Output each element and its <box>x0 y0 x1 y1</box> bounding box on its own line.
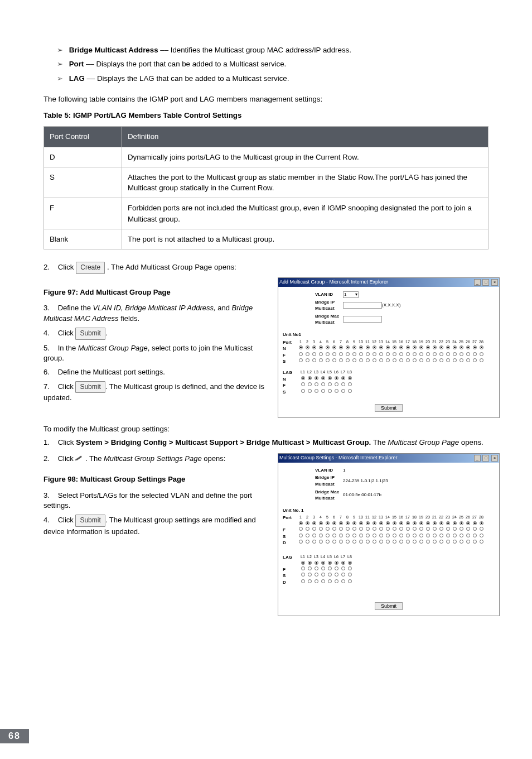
radio-cell[interactable] <box>384 527 391 534</box>
radio-cell[interactable] <box>364 534 371 540</box>
radio-cell[interactable] <box>340 389 346 396</box>
radio-cell[interactable] <box>351 358 357 365</box>
radio-cell[interactable] <box>424 352 431 359</box>
radio-cell[interactable] <box>337 358 344 365</box>
radio-cell[interactable] <box>304 534 311 540</box>
radio-cell[interactable] <box>418 521 424 527</box>
radio-cell[interactable] <box>317 540 324 546</box>
radio-cell[interactable] <box>313 382 320 389</box>
radio-cell[interactable] <box>351 345 357 352</box>
radio-cell[interactable] <box>333 566 340 573</box>
radio-cell[interactable] <box>444 358 451 365</box>
radio-cell[interactable] <box>411 352 418 359</box>
radio-cell[interactable] <box>344 534 351 540</box>
radio-cell[interactable] <box>364 521 371 527</box>
radio-cell[interactable] <box>313 579 320 586</box>
radio-cell[interactable] <box>306 382 313 389</box>
radio-cell[interactable] <box>471 345 478 352</box>
radio-cell[interactable] <box>331 521 337 527</box>
radio-cell[interactable] <box>404 358 411 365</box>
radio-cell[interactable] <box>384 358 391 365</box>
radio-cell[interactable] <box>424 527 431 534</box>
radio-cell[interactable] <box>378 540 384 546</box>
radio-cell[interactable] <box>451 358 458 365</box>
radio-cell[interactable] <box>340 382 346 389</box>
radio-cell[interactable] <box>299 376 306 383</box>
radio-cell[interactable] <box>458 352 465 359</box>
radio-cell[interactable] <box>297 358 304 365</box>
radio-cell[interactable] <box>331 527 337 534</box>
radio-cell[interactable] <box>311 345 317 352</box>
radio-cell[interactable] <box>320 579 326 586</box>
radio-cell[interactable] <box>364 540 371 546</box>
radio-cell[interactable] <box>297 527 304 534</box>
radio-cell[interactable] <box>424 521 431 527</box>
radio-cell[interactable] <box>331 345 337 352</box>
radio-cell[interactable] <box>333 376 340 383</box>
radio-cell[interactable] <box>418 534 424 540</box>
radio-cell[interactable] <box>431 521 438 527</box>
radio-cell[interactable] <box>357 540 364 546</box>
radio-cell[interactable] <box>311 521 317 527</box>
radio-cell[interactable] <box>378 534 384 540</box>
radio-cell[interactable] <box>346 389 353 396</box>
radio-cell[interactable] <box>398 358 404 365</box>
radio-cell[interactable] <box>340 561 346 566</box>
close-icon[interactable]: × <box>491 455 498 462</box>
radio-cell[interactable] <box>357 521 364 527</box>
radio-cell[interactable] <box>326 579 333 586</box>
radio-cell[interactable] <box>337 345 344 352</box>
radio-cell[interactable] <box>333 561 340 566</box>
radio-cell[interactable] <box>371 540 378 546</box>
radio-cell[interactable] <box>304 521 311 527</box>
radio-cell[interactable] <box>471 534 478 540</box>
radio-cell[interactable] <box>340 579 346 586</box>
close-icon[interactable]: × <box>491 279 498 286</box>
radio-cell[interactable] <box>444 345 451 352</box>
radio-cell[interactable] <box>371 352 378 359</box>
radio-cell[interactable] <box>346 561 353 566</box>
maximize-icon[interactable]: □ <box>482 455 489 462</box>
radio-cell[interactable] <box>418 358 424 365</box>
radio-cell[interactable] <box>331 534 337 540</box>
radio-cell[interactable] <box>313 573 320 579</box>
radio-cell[interactable] <box>346 376 353 383</box>
radio-cell[interactable] <box>378 352 384 359</box>
radio-cell[interactable] <box>324 358 331 365</box>
radio-cell[interactable] <box>351 521 357 527</box>
radio-cell[interactable] <box>317 527 324 534</box>
minimize-icon[interactable]: _ <box>474 455 481 462</box>
radio-cell[interactable] <box>304 358 311 365</box>
radio-cell[interactable] <box>371 534 378 540</box>
radio-cell[interactable] <box>444 521 451 527</box>
radio-cell[interactable] <box>411 345 418 352</box>
radio-cell[interactable] <box>444 352 451 359</box>
radio-cell[interactable] <box>384 521 391 527</box>
radio-cell[interactable] <box>340 376 346 383</box>
radio-cell[interactable] <box>438 345 444 352</box>
radio-cell[interactable] <box>357 534 364 540</box>
radio-cell[interactable] <box>297 534 304 540</box>
radio-cell[interactable] <box>371 345 378 352</box>
radio-cell[interactable] <box>411 534 418 540</box>
radio-cell[interactable] <box>451 534 458 540</box>
radio-cell[interactable] <box>465 345 471 352</box>
radio-cell[interactable] <box>317 534 324 540</box>
radio-cell[interactable] <box>418 352 424 359</box>
radio-cell[interactable] <box>438 352 444 359</box>
radio-cell[interactable] <box>306 579 313 586</box>
radio-cell[interactable] <box>444 534 451 540</box>
radio-cell[interactable] <box>337 527 344 534</box>
radio-cell[interactable] <box>306 566 313 573</box>
radio-cell[interactable] <box>326 376 333 383</box>
radio-cell[interactable] <box>411 527 418 534</box>
radio-cell[interactable] <box>364 352 371 359</box>
radio-cell[interactable] <box>317 352 324 359</box>
radio-cell[interactable] <box>364 345 371 352</box>
radio-cell[interactable] <box>451 352 458 359</box>
radio-cell[interactable] <box>478 540 485 546</box>
radio-cell[interactable] <box>357 345 364 352</box>
radio-cell[interactable] <box>326 561 333 566</box>
radio-cell[interactable] <box>313 561 320 566</box>
radio-cell[interactable] <box>451 540 458 546</box>
